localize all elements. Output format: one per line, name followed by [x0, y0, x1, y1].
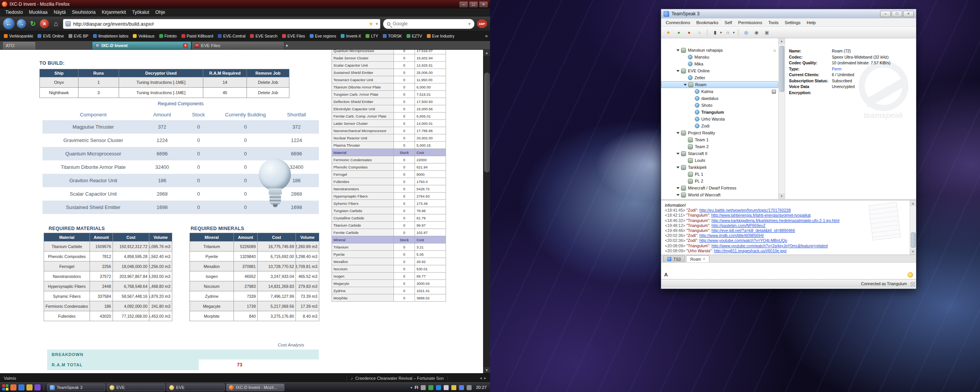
tree-client-item[interactable]: Mika: [661, 60, 778, 67]
menu-item[interactable]: Permissions: [735, 19, 765, 26]
close-button[interactable]: ×: [479, 1, 488, 8]
scroll-up-icon[interactable]: ▲: [483, 50, 490, 56]
price-stock-cell[interactable]: 0: [394, 214, 415, 222]
tab-close-icon[interactable]: ×: [703, 257, 705, 261]
tray-icon-3[interactable]: [436, 385, 441, 390]
bookmark-item[interactable]: EVE BP: [69, 34, 88, 38]
emoticon-button[interactable]: [908, 272, 913, 278]
price-stock-cell[interactable]: 0: [394, 54, 415, 62]
expander-icon[interactable]: [676, 187, 679, 189]
chat-tab[interactable]: TS3: [663, 255, 685, 262]
tab-close-icon[interactable]: ×: [183, 43, 188, 48]
menu-item[interactable]: Tools: [765, 19, 782, 26]
price-stock-cell[interactable]: 0: [394, 251, 415, 258]
price-stock-cell[interactable]: 0: [394, 105, 415, 113]
scroll-up-icon[interactable]: ▲: [910, 201, 916, 206]
taskbar-button[interactable]: TeamSpeak 3: [47, 384, 105, 391]
bookmark-item[interactable]: EVE Files: [282, 34, 305, 38]
tray-icon-4[interactable]: [444, 385, 449, 390]
bookmark-item[interactable]: Eve regions: [310, 34, 336, 38]
taskbar-button[interactable]: EVE: [107, 384, 165, 391]
scroll-down-icon[interactable]: ▼: [779, 193, 785, 199]
price-stock-cell[interactable]: 0: [394, 50, 415, 54]
url-dropdown-icon[interactable]: ▾: [376, 21, 378, 26]
price-stock-cell[interactable]: 0: [394, 287, 415, 294]
tree-channel-item[interactable]: Project Reality: [661, 129, 778, 136]
price-stock-cell[interactable]: 0: [394, 98, 415, 105]
quicklaunch-explorer-icon[interactable]: [18, 384, 24, 390]
search-box[interactable]: ▾: [383, 19, 475, 29]
price-stock-cell[interactable]: 0: [394, 243, 415, 251]
bookmark-item[interactable]: Ilmatieteen laitos: [93, 34, 129, 38]
tree-channel-item[interactable]: PL 2: [661, 178, 778, 185]
menu-item[interactable]: Tiedosto: [2, 9, 26, 16]
browser-scrollbar[interactable]: ▲ ▼: [483, 50, 490, 373]
close-button[interactable]: ×: [903, 11, 914, 17]
bookmark-item[interactable]: EVE Online: [38, 34, 64, 38]
home-icon[interactable]: ⌂: [51, 19, 60, 28]
taskbar-button[interactable]: IXC-D Invent - Mozil...: [226, 384, 284, 391]
tab-overflow-icon[interactable]: ▾: [286, 43, 288, 48]
price-stock-cell[interactable]: 0: [394, 222, 415, 229]
price-stock-cell[interactable]: 0: [394, 69, 415, 76]
tray-icon-6[interactable]: [459, 385, 464, 390]
connect-icon[interactable]: ●: [675, 29, 683, 36]
tree-channel-item[interactable]: EVE Online: [661, 67, 778, 74]
expander-icon[interactable]: [676, 132, 679, 134]
bookmark-item[interactable]: TORSK: [383, 34, 402, 38]
bookmark-item[interactable]: Paisti Killboard: [181, 34, 213, 38]
bookmark-item[interactable]: Veikkaus: [133, 34, 154, 38]
tree-channel-item[interactable]: Manskun rahapaja⌂: [661, 47, 778, 54]
chat-link[interactable]: http://www.karkkigalleria.fi/karkkimies-…: [711, 218, 839, 223]
bookmark-item[interactable]: EVE Search: [250, 34, 277, 38]
chat-scrollbar[interactable]: ▲ ▼: [910, 201, 916, 255]
price-stock-cell[interactable]: 0: [394, 120, 415, 127]
search-input[interactable]: [393, 21, 466, 26]
dropdown-icon[interactable]: ▾: [733, 31, 735, 34]
tree-channel-item[interactable]: Roam: [661, 81, 778, 88]
away-icon[interactable]: ○: [695, 29, 704, 36]
bookmark-item[interactable]: EZTV: [407, 34, 422, 38]
price-stock-cell[interactable]: 0: [394, 273, 415, 280]
price-stock-cell[interactable]: 0: [394, 134, 415, 142]
expander-icon[interactable]: [676, 167, 679, 168]
price-stock-cell[interactable]: 0: [394, 207, 415, 214]
chat-input[interactable]: A: [661, 262, 916, 279]
quicklaunch-firefox-icon[interactable]: [10, 384, 16, 390]
menu-item[interactable]: Ohje: [152, 9, 168, 16]
text-format-button[interactable]: A: [664, 272, 668, 278]
scroll-down-icon[interactable]: ▼: [910, 249, 916, 255]
tree-channel-item[interactable]: Minecraft / Dwarf Fortress: [661, 185, 778, 191]
expander-icon[interactable]: [676, 49, 679, 51]
forward-icon[interactable]: →: [17, 19, 26, 28]
quicklaunch-mail-icon[interactable]: [26, 384, 33, 390]
adblock-icon[interactable]: ABP: [477, 20, 487, 28]
menu-item[interactable]: Kirjanmerkit: [99, 9, 129, 16]
chat-link[interactable]: http://www.youtube.com/watch?v=2a4qyJqY0…: [711, 243, 828, 248]
to-build-cell[interactable]: Delete Job: [247, 88, 289, 98]
expander-icon[interactable]: [676, 70, 679, 72]
price-stock-cell[interactable]: 0: [394, 156, 415, 163]
bookmark-item[interactable]: Fintoto: [159, 34, 177, 38]
quicklaunch-media-icon[interactable]: [34, 384, 41, 390]
scroll-up-icon[interactable]: ▲: [779, 38, 785, 44]
tray-icon-5[interactable]: [451, 385, 456, 390]
mute-speakers-icon[interactable]: ∩: [724, 29, 732, 36]
browser-tab[interactable]: IXC-D Invent×: [92, 41, 191, 49]
tray-expand-icon[interactable]: ◂: [410, 385, 412, 389]
tree-channel-item[interactable]: Team 1: [661, 136, 778, 143]
disconnect-icon[interactable]: ●: [685, 29, 693, 36]
menu-item[interactable]: Settings: [782, 19, 804, 26]
mute-mic-icon[interactable]: ▮: [711, 29, 719, 36]
bookmarks-overflow-icon[interactable]: »: [485, 33, 488, 39]
menu-item[interactable]: Self: [721, 19, 735, 26]
price-stock-cell[interactable]: 0: [394, 113, 415, 120]
tree-client-item[interactable]: Kalma: [661, 88, 778, 95]
tree-client-item[interactable]: Mansku: [661, 54, 778, 60]
price-stock-cell[interactable]: 0: [394, 265, 415, 273]
price-stock-cell[interactable]: 0: [394, 229, 415, 236]
tray-icon-1[interactable]: [421, 385, 426, 390]
tree-client-item[interactable]: daedalus: [661, 95, 778, 102]
maximize-button[interactable]: □: [892, 11, 902, 17]
price-stock-cell[interactable]: 0: [394, 163, 415, 171]
